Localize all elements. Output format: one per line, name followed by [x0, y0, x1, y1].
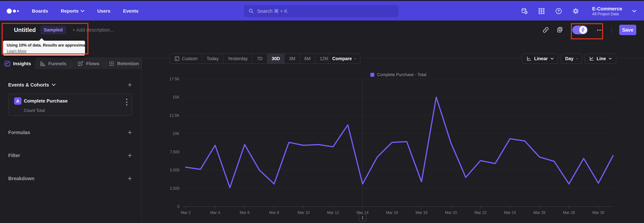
event-name[interactable]: Complete Purchase — [24, 98, 68, 104]
line-chart[interactable] — [183, 78, 614, 210]
filter-section: Filter + — [8, 152, 132, 159]
sampling-tooltip: Using 10% of data. Results are approxima… — [3, 41, 85, 55]
sampling-toggle[interactable] — [572, 26, 588, 34]
chart-type-selector[interactable]: Line — [585, 53, 616, 64]
project-scope: All Project Data — [592, 12, 622, 17]
x-axis-label: Mar 28 — [557, 210, 580, 215]
breakdown-section: Breakdown + — [8, 175, 132, 182]
report-title[interactable]: Untitled — [14, 27, 36, 33]
funnels-icon — [40, 61, 46, 67]
tooltip-text: Using 10% of data. Results are approxima… — [7, 43, 81, 48]
x-axis-label: Mar 30 — [587, 210, 610, 215]
copy-link-icon[interactable] — [542, 27, 549, 33]
report-header: Untitled Sampled + Add description... — [0, 21, 644, 58]
y-axis-label: 15K — [156, 95, 180, 99]
range-custom[interactable]: Custom — [170, 54, 202, 64]
event-menu-icon[interactable]: ••• — [126, 98, 128, 106]
scale-selector[interactable]: Linear — [522, 53, 558, 64]
divider — [612, 26, 612, 34]
add-description[interactable]: + Add description... — [72, 27, 114, 33]
lightning-bolt-icon — [581, 27, 585, 32]
range-yesterday[interactable]: Yesterday — [224, 54, 252, 64]
add-event-button[interactable]: + — [128, 81, 132, 88]
y-axis-label: 0 — [156, 204, 180, 209]
toggle-knob — [579, 26, 587, 34]
nav-boards[interactable]: Boards — [32, 9, 48, 14]
event-metric[interactable]: Count Total — [24, 108, 45, 113]
add-filter-button[interactable]: + — [128, 152, 132, 159]
save-button[interactable]: Save — [619, 25, 636, 35]
chevron-down-icon — [354, 57, 356, 60]
date-range-group: Custom Today Yesterday 7D 30D 3M 6M 12M — [170, 53, 333, 64]
x-axis-label: Mar 26 — [528, 210, 551, 215]
learn-more-link[interactable]: Learn More — [7, 49, 26, 53]
x-axis-label: Mar 24 — [498, 210, 522, 215]
y-axis-label: 10K — [156, 131, 180, 136]
legend-label: Complete Purchase - Total — [377, 72, 426, 77]
x-axis-label: Mar 12 — [321, 210, 345, 215]
data-management-icon[interactable] — [521, 8, 528, 15]
chevron-down-icon — [80, 10, 84, 13]
breakdown-label: Breakdown — [8, 176, 34, 181]
event-card[interactable]: A Complete Purchase Count Total ••• — [8, 94, 132, 116]
interval-selector[interactable]: Day — [561, 53, 582, 64]
compare-button[interactable]: Compare — [328, 53, 360, 64]
range-7d[interactable]: 7D — [252, 54, 267, 64]
chevron-down-icon — [576, 57, 578, 60]
y-axis-label: 17.5K — [156, 77, 180, 81]
nav-events[interactable]: Events — [123, 9, 138, 14]
event-letter-badge: A — [14, 97, 22, 105]
y-axis-label: 5,000 — [156, 168, 180, 172]
tab-label: Flows — [86, 61, 99, 66]
formulas-label: Formulas — [8, 130, 30, 135]
search-placeholder: Search ⌘ + K — [257, 8, 288, 14]
formulas-section: Formulas + — [8, 129, 132, 136]
project-selector[interactable]: E-Commerce All Project Data — [592, 6, 622, 16]
tab-label: Funnels — [48, 61, 66, 66]
add-formula-button[interactable]: + — [128, 129, 132, 136]
y-axis-label: 12.5K — [156, 113, 180, 118]
tab-label: Insights — [13, 61, 31, 66]
tab-retention[interactable]: Retention — [106, 58, 142, 69]
mixpanel-logo[interactable] — [7, 9, 19, 14]
x-axis-label: Mar 16 — [380, 210, 404, 215]
tab-funnels[interactable]: Funnels — [36, 58, 71, 69]
chevron-down-icon — [632, 10, 636, 13]
search-input[interactable]: Search ⌘ + K — [244, 5, 398, 17]
help-icon[interactable]: ? — [555, 8, 562, 15]
sidebar-divider — [142, 58, 142, 223]
calendar-icon — [174, 56, 180, 61]
duplicate-report-icon[interactable] — [556, 27, 563, 33]
top-navigation-bar: Boards Reports Users Events Search ⌘ + K — [0, 0, 644, 21]
chevron-down-icon — [550, 57, 554, 60]
settings-gear-icon[interactable] — [572, 8, 580, 15]
retention-icon — [108, 61, 114, 67]
x-axis-label: Mar 18 — [410, 210, 433, 215]
tab-flows[interactable]: Flows — [71, 58, 106, 69]
chevron-down-icon — [52, 83, 56, 86]
pagination-badge[interactable]: 1 — [359, 214, 366, 221]
svg-text:?: ? — [558, 9, 560, 13]
range-today[interactable]: Today — [202, 54, 224, 64]
range-3m[interactable]: 3M — [284, 54, 300, 64]
add-breakdown-button[interactable]: + — [128, 175, 132, 182]
tab-insights[interactable]: Insights — [0, 58, 36, 69]
range-30d[interactable]: 30D — [267, 54, 285, 64]
legend-swatch — [370, 73, 374, 77]
x-axis-label: Mar 6 — [233, 210, 256, 215]
range-6m[interactable]: 6M — [300, 54, 316, 64]
events-cohorts-label[interactable]: Events & Cohorts — [8, 82, 56, 88]
sampled-badge[interactable]: Sampled — [40, 26, 66, 34]
nav-users[interactable]: Users — [97, 9, 110, 14]
filter-label: Filter — [8, 153, 20, 158]
line-chart-icon — [589, 56, 594, 61]
x-axis-label: Mar 10 — [292, 210, 315, 215]
nav-reports[interactable]: Reports — [61, 9, 84, 14]
linear-scale-icon — [526, 56, 532, 61]
insights-icon — [4, 61, 10, 67]
x-axis-label: Mar 2 — [174, 210, 198, 215]
apps-grid-icon[interactable] — [538, 8, 545, 15]
x-axis-label: Mar 20 — [439, 210, 463, 215]
more-options-button[interactable]: ⋯ — [597, 26, 604, 34]
x-axis-label: Mar 8 — [262, 210, 286, 215]
